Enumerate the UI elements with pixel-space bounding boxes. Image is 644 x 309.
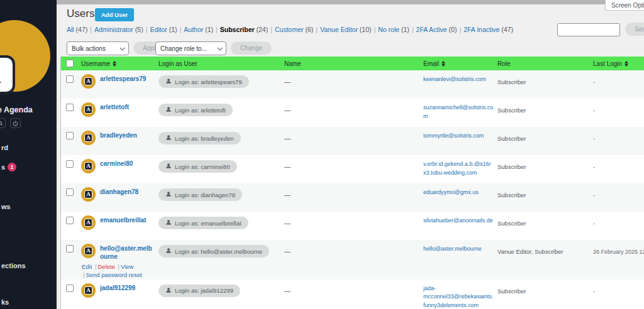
sidebar-search-button[interactable]: [0, 118, 6, 128]
search-users-input[interactable]: [557, 23, 620, 36]
sidebar-item-fragment[interactable]: s 1: [1, 163, 16, 171]
username-link[interactable]: jadal912299: [100, 285, 135, 293]
filter-label[interactable]: Vanue Editor: [320, 26, 358, 33]
filter-link-administrator[interactable]: Administrator (5): [94, 26, 143, 33]
login-as-button[interactable]: Login as: jadal912299: [158, 285, 240, 297]
sidebar-item-fragment[interactable]: rd: [1, 144, 8, 151]
column-header-last-login[interactable]: Last Login: [591, 60, 644, 67]
email-link[interactable]: tommyrtle@solstris.com: [423, 132, 494, 141]
email-link[interactable]: eduardyymo@gmx.us: [423, 188, 494, 197]
filter-count: (6): [305, 26, 313, 33]
username-link[interactable]: hello@aster.melbourne: [100, 245, 153, 261]
name-value: —: [284, 220, 291, 227]
last-login-value: -: [593, 136, 595, 142]
sidebar-power-button[interactable]: [10, 118, 21, 128]
login-as-button[interactable]: Login as: arlettespears79: [158, 75, 249, 88]
login-as-button[interactable]: Login as: arlettetoft: [158, 104, 233, 116]
filter-link-customer[interactable]: Customer (6): [275, 26, 313, 33]
login-as-label: Login as: jadal912299: [175, 287, 233, 294]
row-actions: Edit |Delete |View |Send password reset: [82, 263, 151, 279]
filter-count: (1): [169, 26, 177, 33]
avatar-letter: A: [84, 190, 92, 198]
column-header-label: Last Login: [593, 60, 622, 67]
login-as-label: Login as: bradleyeden: [175, 135, 234, 142]
edit-link[interactable]: Edit: [82, 263, 92, 270]
row-checkbox[interactable]: [66, 285, 74, 292]
filter-label[interactable]: Customer: [275, 26, 304, 33]
user-icon: [165, 106, 172, 114]
column-header-label: Role: [497, 60, 511, 67]
filter-link-no-role[interactable]: No role (1): [378, 26, 409, 33]
search-users-button[interactable]: Search: [625, 23, 644, 36]
sidebar-item-fragment[interactable]: ks: [1, 298, 9, 306]
filter-link-author[interactable]: Author (1): [184, 26, 213, 33]
site-logo-bubble: A: [0, 55, 15, 94]
email-link[interactable]: jada-mcconnel33@rebekasaints.funny3delem…: [423, 285, 494, 309]
email-link[interactable]: silviahueber@anonmails.de: [423, 217, 494, 225]
filter-link-2fa-inactive[interactable]: 2FA Inactive (47): [464, 26, 513, 33]
row-checkbox[interactable]: [66, 160, 74, 168]
login-as-button[interactable]: Login as: bradleyeden: [158, 132, 241, 144]
login-as-button[interactable]: Login as: emanuelbreillat: [158, 217, 248, 229]
filter-link-all[interactable]: All (47): [67, 26, 87, 33]
screen-options-tab[interactable]: Screen Options: [605, 0, 644, 11]
change-button[interactable]: Change: [231, 41, 272, 55]
view-link[interactable]: View: [121, 263, 133, 270]
role-value: Subscriber: [497, 135, 526, 142]
row-checkbox[interactable]: [66, 104, 74, 111]
column-header-email[interactable]: Email: [421, 60, 495, 67]
filter-label[interactable]: No role: [378, 26, 399, 33]
filter-label[interactable]: All: [67, 26, 74, 33]
email-link[interactable]: suzannamichell@solstris.com: [423, 104, 494, 121]
row-checkbox[interactable]: [66, 245, 74, 252]
column-header-username[interactable]: Username: [79, 60, 156, 67]
login-as-label: Login as: emanuelbreillat: [175, 220, 242, 227]
row-checkbox[interactable]: [66, 217, 74, 224]
site-title: e Agenda: [0, 106, 33, 114]
filter-link-subscriber[interactable]: Subscriber (24): [220, 26, 268, 33]
filter-label[interactable]: Editor: [150, 26, 167, 33]
name-value: —: [284, 248, 291, 255]
column-header-label: Username: [81, 60, 110, 67]
last-login-value: -: [593, 220, 595, 227]
username-link[interactable]: arlettespears79: [100, 75, 146, 84]
power-icon: [13, 117, 18, 129]
sidebar-item-label: rd: [1, 144, 8, 151]
row-checkbox[interactable]: [66, 188, 74, 196]
filter-label[interactable]: 2FA Inactive: [464, 26, 499, 33]
username-link[interactable]: emanuelbreillat: [100, 217, 146, 225]
add-user-button[interactable]: Add User: [95, 8, 134, 21]
username-link[interactable]: arlettetoft: [100, 104, 129, 112]
sidebar-item-fragment[interactable]: ections: [1, 262, 26, 269]
row-checkbox[interactable]: [66, 75, 74, 83]
filter-link-2fa-active[interactable]: 2FA Active (0): [416, 26, 457, 33]
change-role-select[interactable]: Change role to...: [155, 41, 226, 55]
login-as-button[interactable]: Login as: hello@aster.melbourne: [158, 245, 269, 258]
role-value: Subscriber: [497, 163, 526, 170]
email-link[interactable]: hello@aster.melbourne: [423, 245, 494, 254]
username-link[interactable]: carminei80: [100, 160, 133, 168]
username-link[interactable]: bradleyeden: [100, 132, 137, 140]
login-as-button[interactable]: Login as: carminei80: [158, 160, 237, 173]
row-checkbox[interactable]: [66, 132, 74, 139]
user-icon: [165, 219, 172, 227]
filter-count: (47): [501, 26, 513, 33]
select-all-checkbox[interactable]: [66, 60, 74, 67]
send-password-reset-link[interactable]: Send password reset: [86, 271, 142, 278]
email-link[interactable]: keenanlevi@solstris.com: [423, 75, 494, 84]
email-link[interactable]: v.erbr.id.gekend.a.b.@s16rx3.tobu-weddin…: [423, 160, 494, 177]
sidebar-item-fragment[interactable]: ws: [1, 203, 11, 210]
filter-label[interactable]: 2FA Active: [416, 26, 447, 33]
filter-label[interactable]: Administrator: [94, 26, 133, 33]
filter-link-editor[interactable]: Editor (1): [150, 26, 177, 33]
delete-link[interactable]: Delete: [97, 263, 114, 270]
role-filter-links: All (47)|Administrator (5)|Editor (1)|Au…: [67, 26, 513, 33]
chevron-down-icon: [217, 45, 222, 50]
bulk-actions-select[interactable]: Bulk actions: [67, 41, 129, 55]
filter-link-vanue-editor[interactable]: Vanue Editor (10): [320, 26, 372, 33]
avatar: A: [81, 187, 96, 202]
username-link[interactable]: dianhagen78: [100, 188, 138, 197]
sidebar-item-label: ws: [1, 203, 11, 210]
filter-label[interactable]: Author: [184, 26, 203, 33]
login-as-button[interactable]: Login as: dianhagen78: [158, 188, 242, 201]
